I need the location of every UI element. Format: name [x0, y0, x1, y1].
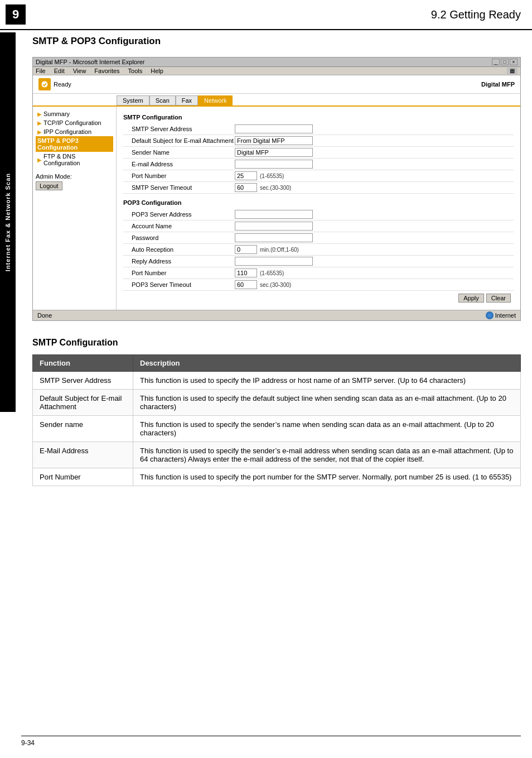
smtp-input-3[interactable]	[235, 160, 313, 169]
main-content: SMTP & POP3 Configuration Digital MFP - …	[21, 36, 532, 486]
smtp-input-2[interactable]	[235, 148, 313, 157]
browser-footer-bar: Done Internet	[33, 310, 520, 320]
nav-ftp-dns[interactable]: ▶ FTP & DNS Configuration	[36, 152, 113, 167]
browser-titlebar: Digital MFP - Microsoft Internet Explore…	[33, 57, 520, 67]
maximize-btn[interactable]: □	[501, 59, 509, 65]
menu-view[interactable]: View	[73, 68, 86, 74]
table-header-description: Description	[133, 355, 521, 372]
table-cell-desc-1: This function is used to specify the def…	[133, 390, 521, 416]
smtp-row-0: SMTP Server Address	[123, 123, 514, 135]
smtp-hint-5: sec.(30-300)	[260, 185, 291, 191]
pop3-input-1[interactable]	[235, 222, 313, 231]
apply-button[interactable]: Apply	[458, 294, 484, 303]
pop3-label-4: Reply Address	[123, 258, 235, 265]
close-btn[interactable]: ×	[510, 59, 518, 65]
smtp-input-4[interactable]	[235, 171, 257, 180]
smtp-label-3: E-mail Address	[123, 161, 235, 167]
minimize-btn[interactable]: _	[492, 59, 500, 65]
side-label-bar: Internet Fax & Network Scan	[0, 32, 16, 412]
browser-sidebar: ▶ Summary ▶ TCP/IP Configuration ▶ IPP C…	[33, 107, 117, 310]
pop3-input-2[interactable]	[235, 233, 313, 242]
toolbar-icon: ▦	[507, 68, 518, 74]
smtp-hint-4: (1-65535)	[260, 173, 284, 179]
nav-summary[interactable]: ▶ Summary	[36, 109, 113, 118]
menu-favorites[interactable]: Favorites	[94, 68, 119, 74]
page-container: 9 9.2 Getting Ready Internet Fax & Netwo…	[0, 0, 532, 758]
browser-title: Digital MFP - Microsoft Internet Explore…	[36, 59, 144, 65]
browser-main-content: SMTP Configuration SMTP Server Address D…	[117, 107, 520, 310]
pop3-label-1: Account Name	[123, 223, 235, 229]
menu-tools[interactable]: Tools	[128, 68, 143, 74]
arrow-icon-tcpip: ▶	[37, 120, 42, 126]
chapter-badge: 9	[6, 4, 26, 25]
pop3-hint-5: (1-65535)	[260, 270, 284, 276]
arrow-icon-ftp: ▶	[37, 157, 42, 163]
admin-mode-label: Admin Mode:	[36, 173, 113, 180]
browser-action-buttons: Apply Clear	[123, 291, 514, 305]
pop3-input-3[interactable]	[235, 245, 257, 254]
ready-status: Ready	[54, 81, 71, 88]
table-cell-desc-2: This function is used to specify the sen…	[133, 416, 521, 442]
browser-tabs: System Scan Fax Network	[33, 94, 520, 107]
section-heading: SMTP & POP3 Configuration	[32, 36, 521, 47]
pop3-row-2: Password	[123, 232, 514, 244]
tab-network[interactable]: Network	[198, 95, 233, 105]
arrow-icon-summary: ▶	[37, 111, 42, 117]
page-number: 9-34	[21, 739, 35, 747]
table-row: Sender name This function is used to spe…	[33, 416, 521, 442]
smtp-label-5: SMTP Server Timeout	[123, 184, 235, 191]
table-cell-function-0: SMTP Server Address	[33, 372, 133, 390]
tab-system[interactable]: System	[117, 95, 149, 105]
ready-section: Ready	[38, 78, 71, 90]
table-cell-desc-3: This function is used to specify the sen…	[133, 442, 521, 468]
smtp-subsection-heading: SMTP Configuration	[32, 338, 521, 348]
menu-file[interactable]: File	[36, 68, 46, 74]
smtp-config-title: SMTP Configuration	[123, 114, 514, 121]
pop3-label-6: POP3 Server Timeout	[123, 281, 235, 288]
table-cell-function-2: Sender name	[33, 416, 133, 442]
brand-name: Digital MFP	[481, 81, 515, 88]
pop3-config-title: POP3 Configuration	[123, 199, 514, 206]
browser-header-row: Ready Digital MFP	[33, 75, 520, 94]
smtp-input-5[interactable]	[235, 183, 257, 192]
nav-smtp-pop3[interactable]: SMTP & POP3 Configuration	[36, 136, 113, 152]
menu-edit[interactable]: Edit	[54, 68, 65, 74]
pop3-input-6[interactable]	[235, 280, 257, 289]
browser-menubar: File Edit View Favorites Tools Help ▦	[33, 67, 520, 75]
tab-fax[interactable]: Fax	[176, 95, 198, 105]
smtp-row-3: E-mail Address	[123, 159, 514, 170]
ready-icon	[38, 78, 51, 90]
smtp-row-5: SMTP Server Timeout sec.(30-300)	[123, 182, 514, 194]
table-row: Port Number This function is used to spe…	[33, 468, 521, 486]
clear-button[interactable]: Clear	[486, 294, 511, 303]
pop3-label-2: Password	[123, 234, 235, 241]
table-header-function: Function	[33, 355, 133, 372]
smtp-label-4: Port Number	[123, 172, 235, 179]
arrow-icon-ipp: ▶	[37, 129, 42, 135]
smtp-input-0[interactable]	[235, 124, 313, 133]
smtp-table: Function Description SMTP Server Address…	[32, 354, 521, 486]
admin-section: Admin Mode: Logout	[36, 173, 113, 190]
nav-ipp[interactable]: ▶ IPP Configuration	[36, 127, 113, 136]
browser-controls: _ □ ×	[492, 59, 518, 65]
nav-tcpip[interactable]: ▶ TCP/IP Configuration	[36, 118, 113, 127]
pop3-input-5[interactable]	[235, 268, 257, 277]
browser-window: Digital MFP - Microsoft Internet Explore…	[32, 57, 521, 321]
smtp-row-1: Default Subject for E-mail Attachment	[123, 135, 514, 147]
browser-body: ▶ Summary ▶ TCP/IP Configuration ▶ IPP C…	[33, 107, 520, 310]
logout-button[interactable]: Logout	[36, 181, 62, 190]
pop3-label-5: Port Number	[123, 270, 235, 276]
menu-help[interactable]: Help	[151, 68, 163, 74]
tab-scan[interactable]: Scan	[149, 95, 176, 105]
table-cell-desc-4: This function is used to specify the por…	[133, 468, 521, 486]
pop3-hint-3: min.(0:Off,1-60)	[260, 247, 299, 253]
smtp-row-2: Sender Name	[123, 147, 514, 159]
side-label-text: Internet Fax & Network Scan	[4, 173, 11, 271]
pop3-input-4[interactable]	[235, 257, 313, 266]
table-row: Default Subject for E-mail Attachment Th…	[33, 390, 521, 416]
pop3-input-0[interactable]	[235, 210, 313, 219]
internet-status: Internet	[486, 311, 516, 319]
smtp-input-1[interactable]	[235, 136, 313, 145]
pop3-hint-6: sec.(30-300)	[260, 282, 291, 288]
table-cell-function-3: E-Mail Address	[33, 442, 133, 468]
